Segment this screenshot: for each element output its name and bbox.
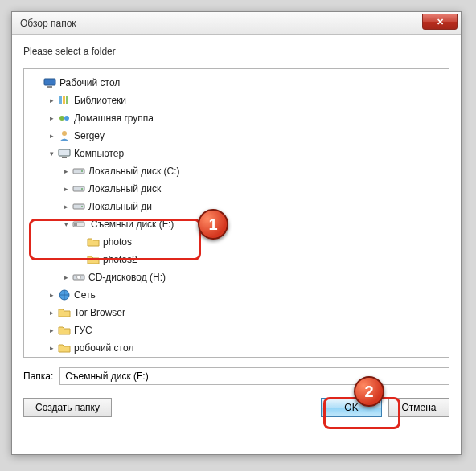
folder-icon	[58, 342, 71, 354]
tree-item[interactable]: ▸робочий стол	[24, 339, 449, 357]
tree-item[interactable]: ▸Локальный диск	[24, 180, 449, 198]
tree-item[interactable]: ▾Компьютер	[24, 145, 449, 162]
button-row: Создать папку OK Отмена	[23, 398, 449, 417]
homegroup-icon	[58, 112, 71, 125]
chevron-right-icon[interactable]: ▸	[47, 290, 56, 300]
tree-item[interactable]: ▸ГУС	[24, 322, 449, 339]
svg-point-6	[64, 116, 69, 121]
tree-item[interactable]: ▸Библиотеки	[24, 92, 449, 109]
titlebar: Обзор папок ✕	[12, 12, 461, 35]
tree-item[interactable]: ▸Локальный ди	[24, 198, 449, 215]
window-title: Обзор папок	[20, 18, 76, 29]
tree-item[interactable]: photos2	[24, 251, 449, 268]
svg-point-5	[60, 116, 64, 121]
cancel-button[interactable]: Отмена	[388, 398, 449, 417]
tree-item-label: робочий стол	[74, 342, 133, 354]
svg-rect-0	[44, 79, 55, 85]
chevron-right-icon[interactable]: ▸	[47, 343, 56, 353]
cddrive-icon	[72, 271, 85, 284]
user-icon	[58, 129, 71, 142]
tree-item-label: Съемный диск (F:)	[88, 218, 176, 231]
tree-item[interactable]: photos	[24, 233, 449, 251]
svg-rect-17	[74, 223, 77, 226]
svg-rect-3	[63, 96, 65, 104]
svg-rect-2	[60, 96, 62, 104]
close-icon: ✕	[437, 17, 444, 27]
tree-item-label: CD-дисковод (H:)	[88, 272, 166, 283]
folder-icon	[87, 253, 100, 266]
tree-item-label: Tor Browser	[74, 307, 125, 318]
svg-point-11	[81, 170, 83, 172]
chevron-down-icon[interactable]: ▾	[61, 219, 71, 229]
tree-item[interactable]: ▸Tor Browser	[24, 304, 449, 322]
folder-icon	[58, 306, 71, 319]
svg-rect-8	[59, 149, 70, 156]
tree-item-label: Локальный диск (C:)	[88, 166, 180, 177]
drive-icon	[72, 200, 85, 213]
tree-item[interactable]: Рабочий стол	[24, 74, 449, 92]
folder-name-input[interactable]	[60, 367, 449, 385]
tree-item-label: ГУС	[74, 325, 92, 336]
drive-icon	[72, 165, 85, 178]
tree-item-label: Sergey	[74, 130, 105, 141]
tree-item-label: Локальный диск	[88, 183, 161, 195]
folder-field-row: Папка:	[23, 367, 449, 385]
tree-item-label: Библиотеки	[74, 95, 126, 106]
svg-point-19	[77, 276, 81, 280]
close-button[interactable]: ✕	[422, 14, 458, 30]
chevron-down-icon[interactable]: ▾	[47, 149, 56, 158]
browse-folder-dialog: Обзор папок ✕ Please select a folder Раб…	[11, 11, 462, 455]
svg-point-15	[81, 206, 83, 207]
chevron-right-icon[interactable]: ▸	[47, 308, 56, 317]
desktop-icon	[43, 76, 56, 89]
chevron-right-icon[interactable]: ▸	[47, 131, 56, 141]
network-icon	[58, 289, 71, 301]
folder-field-label: Папка:	[23, 371, 53, 382]
svg-point-13	[81, 188, 83, 190]
chevron-right-icon[interactable]: ▸	[61, 166, 71, 176]
create-folder-button[interactable]: Создать папку	[23, 398, 112, 417]
drive-icon	[72, 182, 85, 195]
svg-rect-4	[66, 96, 68, 104]
chevron-right-icon[interactable]: ▸	[47, 113, 56, 123]
libraries-icon	[58, 94, 71, 107]
tree-item[interactable]: ▾Съемный диск (F:)	[24, 215, 449, 233]
chevron-right-icon[interactable]: ▸	[47, 326, 56, 335]
folder-icon	[58, 324, 71, 337]
svg-rect-1	[47, 86, 52, 88]
tree-item-label: Локальный ди	[88, 201, 152, 212]
tree-item[interactable]: ▸CD-дисковод (H:)	[24, 268, 449, 286]
tree-item-label: photos2	[103, 254, 137, 265]
tree-item-label: Компьютер	[74, 148, 124, 159]
tree-item-label: Сеть	[74, 289, 96, 301]
tree-item-label: Рабочий стол	[60, 77, 120, 88]
chevron-right-icon[interactable]: ▸	[47, 96, 56, 105]
removable-icon	[72, 218, 85, 231]
tree-item[interactable]: ▸Sergey	[24, 127, 449, 145]
folder-tree[interactable]: Рабочий стол▸Библиотеки▸Домашняя группа▸…	[23, 68, 449, 358]
svg-rect-9	[62, 157, 67, 158]
tree-item[interactable]: ▸Сеть	[24, 286, 449, 304]
tree-item-label: Домашняя группа	[74, 113, 154, 124]
tree-item-label: photos	[103, 236, 132, 248]
ok-button[interactable]: OK	[321, 398, 382, 417]
chevron-right-icon[interactable]: ▸	[61, 184, 71, 194]
tree-item[interactable]: ▸Локальный диск (C:)	[24, 162, 449, 180]
folder-icon	[87, 236, 100, 248]
chevron-right-icon[interactable]: ▸	[61, 202, 71, 211]
tree-item[interactable]: ▸Домашняя группа	[24, 109, 449, 127]
computer-icon	[58, 147, 71, 160]
prompt-text: Please select a folder	[12, 35, 461, 63]
svg-point-7	[62, 131, 67, 136]
chevron-right-icon[interactable]: ▸	[61, 272, 71, 282]
